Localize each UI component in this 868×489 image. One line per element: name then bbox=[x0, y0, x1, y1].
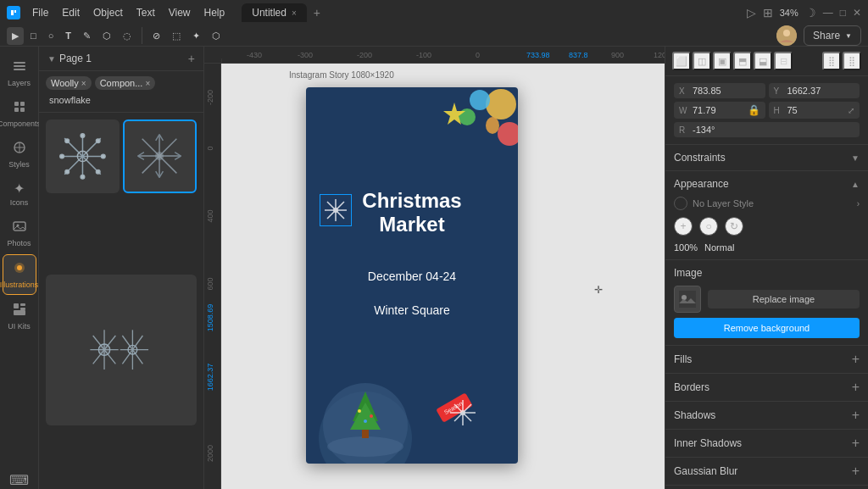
flatten-tool[interactable]: ✦ bbox=[187, 27, 205, 45]
tag-woolly[interactable]: Woolly × bbox=[46, 76, 92, 90]
top-toolbar: ▶ □ ○ T ✎ ⬡ ◌ ⊘ ⬚ ✦ ⬡ Share ▼ bbox=[0, 25, 868, 47]
tab-untitled[interactable]: Untitled × bbox=[242, 3, 307, 22]
constraints-chevron-icon: ▼ bbox=[851, 153, 860, 163]
x-field[interactable]: X 783.85 bbox=[674, 83, 765, 98]
share-button[interactable]: Share ▼ bbox=[804, 25, 861, 46]
boolean-tool[interactable]: ⬚ bbox=[167, 27, 186, 45]
inner-shadows-add-button[interactable]: + bbox=[852, 436, 860, 451]
distribute-h-button[interactable]: ⣿ bbox=[822, 52, 841, 70]
svg-point-27 bbox=[102, 154, 106, 158]
sidebar-item-photos[interactable]: Photos bbox=[3, 214, 36, 253]
tag-compon[interactable]: Compon... × bbox=[95, 76, 156, 90]
menu-edit[interactable]: Edit bbox=[57, 5, 85, 20]
sidebar-item-icons[interactable]: ✦ Icons bbox=[3, 175, 36, 212]
distribute-v-button[interactable]: ⣿ bbox=[843, 52, 861, 70]
h-field[interactable]: H 75 ⤢ bbox=[769, 102, 860, 119]
frame-tool[interactable]: □ bbox=[25, 27, 42, 44]
artboard-date: December 04-24 bbox=[306, 270, 518, 283]
w-value: 71.79 bbox=[693, 105, 744, 115]
svg-rect-11 bbox=[14, 222, 25, 231]
shadows-add-button[interactable]: + bbox=[852, 408, 860, 423]
expand-icon: ▼ bbox=[47, 54, 56, 64]
svg-text:-200: -200 bbox=[357, 51, 372, 59]
layer-style-circle bbox=[674, 197, 687, 210]
align-center-h-button[interactable]: ◫ bbox=[693, 52, 711, 70]
sidebar-item-illustrations[interactable]: Illustrations bbox=[3, 254, 36, 295]
menu-object[interactable]: Object bbox=[88, 5, 128, 20]
align-right-button[interactable]: ▣ bbox=[713, 52, 732, 70]
illustration-item-1[interactable] bbox=[46, 119, 120, 193]
text-tool[interactable]: T bbox=[60, 27, 76, 44]
svg-text:600: 600 bbox=[206, 277, 214, 290]
present-icon[interactable]: ▷ bbox=[747, 6, 756, 19]
align-left-button[interactable]: ⬜ bbox=[672, 52, 691, 70]
tag-woolly-close[interactable]: × bbox=[81, 79, 86, 88]
menu-right: ▷ ⊞ 34% ☽ — □ ✕ bbox=[747, 6, 861, 19]
ruler-left-svg: -200 0 400 600 1508.69 1662.37 2000 bbox=[204, 64, 221, 489]
aspect-ratio-icon[interactable]: ⤢ bbox=[848, 106, 854, 115]
grid-tool[interactable]: ⬡ bbox=[207, 27, 225, 45]
sidebar-item-shortcuts[interactable]: ⌨ Shortcuts bbox=[3, 467, 36, 489]
tab-add-button[interactable]: + bbox=[307, 3, 327, 23]
svg-point-25 bbox=[81, 175, 85, 180]
moon-icon[interactable]: ☽ bbox=[805, 6, 816, 19]
remove-background-button[interactable]: Remove background bbox=[674, 318, 860, 338]
comment-tool[interactable]: ◌ bbox=[118, 27, 136, 45]
menu-help[interactable]: Help bbox=[199, 5, 231, 20]
grid-icon[interactable]: ⊞ bbox=[763, 6, 773, 19]
sidebar-item-layers[interactable]: Layers bbox=[3, 53, 36, 92]
cursor-indicator: ✛ bbox=[594, 284, 603, 296]
tag-compon-close[interactable]: × bbox=[145, 79, 150, 88]
minimize-icon[interactable]: — bbox=[823, 7, 833, 19]
menu-file[interactable]: File bbox=[27, 5, 53, 20]
menu-text[interactable]: Text bbox=[131, 5, 160, 20]
components-icon bbox=[12, 99, 27, 118]
component-tool[interactable]: ⬡ bbox=[97, 27, 116, 45]
borders-label: Borders bbox=[674, 381, 852, 393]
constraints-header[interactable]: Constraints ▼ bbox=[665, 145, 868, 170]
canvas-viewport[interactable]: Instagram Story 1080×1920 bbox=[221, 64, 665, 489]
add-page-button[interactable]: + bbox=[188, 52, 195, 65]
menu-view[interactable]: View bbox=[164, 5, 196, 20]
mask-tool[interactable]: ⊘ bbox=[147, 27, 165, 45]
sidebar-item-styles[interactable]: Styles bbox=[3, 135, 36, 174]
align-top-button[interactable]: ⬒ bbox=[733, 52, 752, 70]
gaussian-blur-add-button[interactable]: + bbox=[852, 464, 860, 479]
align-bottom-button[interactable]: ⊟ bbox=[774, 52, 793, 70]
image-thumbnail bbox=[674, 286, 701, 313]
illustration-item-2[interactable] bbox=[123, 119, 197, 193]
y-field[interactable]: Y 1662.37 bbox=[769, 83, 860, 98]
fills-label: Fills bbox=[674, 353, 852, 365]
close-window-icon[interactable]: ✕ bbox=[853, 7, 861, 19]
icons-icon: ✦ bbox=[14, 181, 25, 197]
sidebar-item-components[interactable]: Components bbox=[3, 94, 36, 133]
illustration-item-3[interactable] bbox=[46, 275, 197, 425]
svg-point-75 bbox=[486, 89, 516, 119]
svg-rect-7 bbox=[20, 102, 25, 106]
rotation-field[interactable]: R -134° bbox=[674, 122, 860, 137]
maximize-icon[interactable]: □ bbox=[840, 7, 846, 19]
canvas-area[interactable]: -430 -300 -200 -100 0 733.98 837.8 900 1… bbox=[204, 47, 665, 489]
borders-add-button[interactable]: + bbox=[852, 380, 860, 395]
fills-add-button[interactable]: + bbox=[852, 352, 860, 367]
blend-mode-value[interactable]: Normal bbox=[704, 242, 734, 253]
tab-close-icon[interactable]: × bbox=[292, 8, 297, 18]
zoom-level[interactable]: 34% bbox=[780, 8, 798, 18]
artboard[interactable]: Christmas Market December 04-24 Winter S… bbox=[306, 87, 518, 464]
select-tool[interactable]: ▶ bbox=[7, 27, 24, 45]
subtract-style-button[interactable]: ○ bbox=[699, 217, 718, 236]
w-field[interactable]: W 71.79 🔒 bbox=[674, 102, 765, 119]
svg-rect-91 bbox=[362, 430, 369, 438]
layer-style-label: No Layer Style bbox=[693, 198, 852, 208]
ellipse-tool[interactable]: ○ bbox=[43, 27, 59, 44]
lock-ratio-icon[interactable]: 🔒 bbox=[748, 104, 760, 116]
pencil-tool[interactable]: ✎ bbox=[78, 27, 96, 45]
snowflake-svg-2 bbox=[135, 131, 184, 181]
align-center-v-button[interactable]: ⬓ bbox=[754, 52, 772, 70]
refresh-style-button[interactable]: ↻ bbox=[725, 217, 743, 236]
appearance-chevron-icon[interactable]: ▲ bbox=[851, 180, 860, 189]
replace-image-button[interactable]: Replace image bbox=[708, 290, 860, 308]
opacity-value[interactable]: 100% bbox=[674, 242, 699, 253]
sidebar-item-uikits[interactable]: UI Kits bbox=[3, 297, 36, 336]
add-style-button[interactable]: + bbox=[674, 217, 693, 236]
